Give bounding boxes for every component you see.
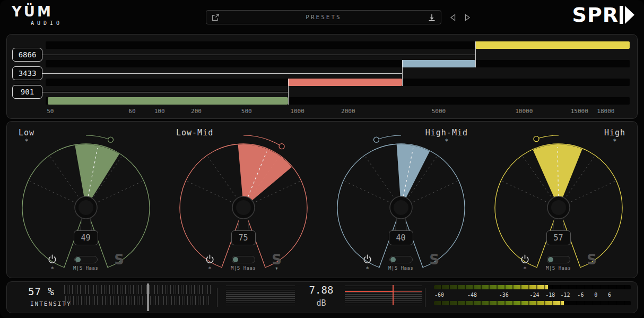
band-title: High [604,128,625,137]
intensity-section: 57 % INTENSITY [7,282,217,313]
level-meter-left [434,285,631,289]
ms-haas-toggle[interactable] [232,256,255,263]
db-slider-left[interactable] [226,285,295,305]
meter-scale-label: -48 [467,292,477,298]
intensity-slider-handle[interactable] [147,283,149,311]
spread-value[interactable]: 49 [74,230,98,245]
crossover-marker[interactable] [402,60,403,86]
band-title: High-Mid [425,128,468,137]
toggle-knob [548,257,553,262]
plugin-window: YÜM AUDIO PRESETS [0,0,644,318]
solo-button[interactable]: S [272,254,282,265]
band-title-mark [176,137,213,144]
band-title: Low-Mid [176,128,213,137]
crossover-freq-box[interactable]: 901 [12,85,42,99]
meter-scale-label: -60 [434,292,444,298]
power-mark: * [50,267,54,273]
freq-tick: 50 [47,108,54,115]
intensity-value: 57 % [28,286,55,297]
power-mark: * [208,267,212,273]
power-icon[interactable] [205,254,215,264]
spread-value[interactable]: 75 [231,230,256,245]
freq-tick: 2000 [341,108,355,115]
band-range-fill [48,97,288,105]
band-range-low[interactable] [46,97,630,105]
crossover-marker[interactable] [475,41,476,67]
sprd-logo-d-icon [620,5,634,24]
meter-scale-label: 6 [608,292,611,298]
band-controls: * M|S Haas S [7,254,164,273]
spread-fan[interactable] [9,130,163,271]
band-range-high[interactable] [46,41,630,49]
power-icon[interactable] [362,254,372,264]
power-icon[interactable] [47,254,57,264]
crossover-freq-box[interactable]: 3433 [12,66,42,80]
db-slider-red-fill [345,291,393,292]
freq-tick: 10000 [515,108,533,115]
bands-panel: Low * 49 * M|S Haas S [6,121,638,278]
crossover-marker[interactable] [288,79,289,105]
preset-bar[interactable]: PRESETS [206,10,441,24]
export-preset-icon[interactable] [211,13,220,22]
load-preset-icon[interactable] [428,13,436,22]
ms-haas-label: M|S Haas [73,265,98,271]
band-title: Low [19,128,34,137]
freq-tick: 100 [154,108,165,115]
preset-area: PRESETS [206,10,471,24]
freq-tick: 60 [128,108,135,115]
meter-scale-label: -36 [499,292,509,298]
solo-button[interactable]: S [114,254,124,265]
spread-fan[interactable] [167,130,320,271]
band-range-high-mid[interactable] [46,60,630,67]
band-range-low-mid[interactable] [46,79,630,86]
band-section-high-mid: High-Mid * 40 * M|S Haas S [322,122,480,278]
freq-tick: 5000 [432,108,446,115]
db-value: 7.88 [309,284,334,296]
db-slider-handle[interactable] [393,285,394,305]
power-mark: * [523,267,527,273]
ms-haas-label: M|S Haas [231,265,256,271]
band-section-high: High * 57 * M|S Haas S [480,122,637,278]
crossover-line [42,73,402,74]
spread-fan[interactable] [482,130,636,271]
prev-preset-button[interactable] [449,13,456,22]
band-ranges [46,41,630,105]
band-controls: * M|S Haas S [480,254,637,273]
band-section-low-mid: Low-Mid 75 * M|S Haas S [164,122,322,278]
band-title-mark: * [19,137,34,144]
next-preset-button[interactable] [464,13,471,22]
meter-scale-label: -24 [530,292,539,298]
preset-name[interactable]: PRESETS [224,14,423,21]
sprd-logo: SPR [572,5,634,25]
band-title-mark: * [425,137,468,144]
crossover-freq-box[interactable]: 6866 [12,48,42,62]
freq-tick: 18000 [597,108,614,115]
intensity-slider[interactable] [64,282,211,313]
ms-haas-toggle[interactable] [74,256,98,263]
brand-sub: AUDIO [12,20,63,26]
freq-tick: 200 [191,108,202,115]
ms-haas-toggle[interactable] [547,256,570,263]
meter-scale: -60-48-36-24-18-12-606 [434,292,631,299]
spectrum-panel: 68663433901 5060100200500100020005000100… [6,34,638,119]
band-controls: * M|S Haas S * [164,254,322,273]
db-slider-right[interactable] [345,285,422,305]
intensity-slider-track [64,285,211,294]
band-range-fill [475,41,630,49]
freq-tick: 15000 [571,108,588,115]
footer-panel: 57 % INTENSITY 7.88 dB -60-48-36-24-18-1… [6,281,638,313]
spread-value[interactable]: 40 [389,230,413,245]
spread-value[interactable]: 57 [546,230,571,245]
meter-scale-label: -12 [560,292,570,298]
meter-scale-label: 0 [594,292,597,298]
power-icon[interactable] [520,254,530,264]
band-range-fill [402,60,476,67]
ms-haas-toggle[interactable] [389,256,413,263]
toggle-knob [75,257,81,262]
header: YÜM AUDIO PRESETS [0,0,644,33]
solo-button[interactable]: S [429,254,439,265]
spread-fan[interactable] [324,130,478,271]
solo-button[interactable]: S [587,254,597,265]
crossover-line [42,55,475,55]
ms-haas-label: M|S Haas [546,265,571,271]
